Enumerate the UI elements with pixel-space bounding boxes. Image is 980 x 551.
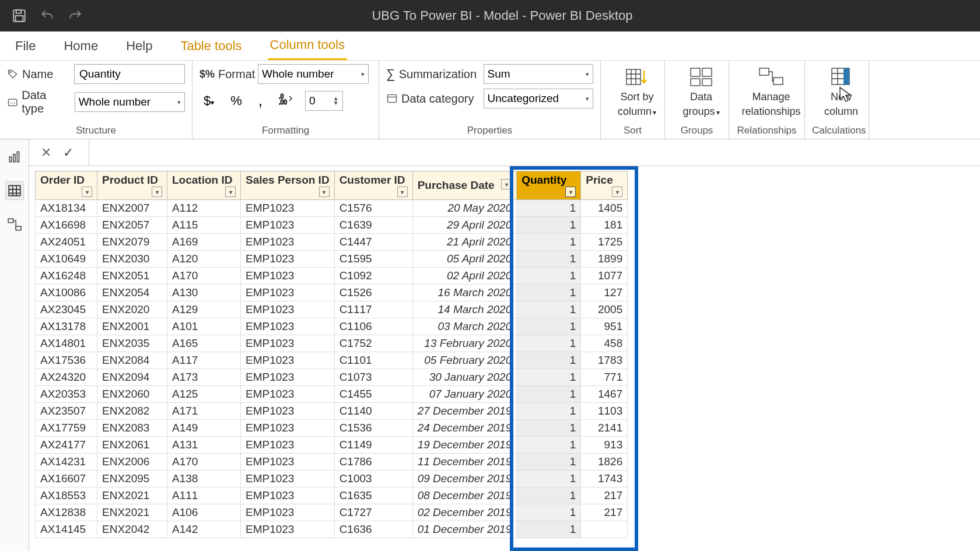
- menu-column-tools[interactable]: Column tools: [268, 31, 347, 60]
- ribbon-group-calculations: New column Calculations: [805, 61, 869, 139]
- table-row[interactable]: AX10649ENX2030A120EMP1023C159505 April 2…: [36, 251, 628, 268]
- filter-icon[interactable]: ▾: [82, 187, 92, 197]
- category-icon: [386, 93, 398, 104]
- filter-icon[interactable]: ▾: [225, 187, 236, 197]
- table-row[interactable]: AX14801ENX2035A165EMP1023C175213 Februar…: [36, 335, 628, 352]
- name-input[interactable]: [74, 64, 185, 84]
- table-row[interactable]: AX17536ENX2084A117EMP1023C110105 Februar…: [36, 352, 628, 369]
- svg-rect-20: [9, 185, 20, 195]
- filter-icon[interactable]: ▾: [501, 179, 512, 189]
- svg-rect-11: [691, 79, 700, 86]
- svg-rect-7: [388, 94, 397, 102]
- new-column-icon: [830, 64, 853, 89]
- svg-rect-22: [16, 226, 21, 230]
- menu-home[interactable]: Home: [61, 33, 100, 59]
- view-rail: [0, 139, 29, 551]
- currency-button[interactable]: $▾: [200, 90, 218, 111]
- manage-relationships-button[interactable]: Manage relationships: [736, 64, 806, 118]
- undo-icon[interactable]: [40, 8, 55, 23]
- table-row[interactable]: AX17759ENX2083A149EMP1023C153624 Decembe…: [36, 420, 628, 437]
- svg-text:.00: .00: [279, 99, 287, 106]
- table-row[interactable]: AX16698ENX2057A115EMP1023C163929 April 2…: [36, 217, 628, 234]
- menu-bar: File Home Help Table tools Column tools: [0, 31, 980, 61]
- svg-rect-21: [8, 219, 13, 223]
- svg-rect-9: [691, 68, 700, 76]
- ribbon-group-structure: Name Data type Whole number▾ Structure: [0, 61, 192, 139]
- tag-icon: [7, 68, 19, 80]
- percent-button[interactable]: %: [226, 90, 246, 111]
- col-location-id[interactable]: Location ID▾: [167, 171, 241, 200]
- table-row[interactable]: AX16607ENX2095A138EMP1023C100309 Decembe…: [36, 471, 628, 487]
- table-row[interactable]: AX24051ENX2079A169EMP1023C144721 April 2…: [36, 234, 628, 251]
- sort-by-column-button[interactable]: Sort by column: [608, 64, 666, 118]
- filter-icon[interactable]: ▾: [152, 187, 162, 197]
- table-row[interactable]: AX18134ENX2007A112EMP1023C157620 May 202…: [36, 200, 628, 217]
- table-row[interactable]: AX24177ENX2061A131EMP1023C114919 Decembe…: [36, 437, 628, 454]
- sort-icon: [625, 64, 649, 89]
- table-row[interactable]: AX13178ENX2001A101EMP1023C110603 March 2…: [36, 318, 628, 335]
- filter-icon[interactable]: ▾: [612, 187, 622, 197]
- ribbon-group-groups: Data groups Groups: [665, 61, 729, 139]
- relationships-group-title: Relationships: [736, 125, 797, 138]
- table-row[interactable]: AX16248ENX2051A170EMP1023C109202 April 2…: [36, 268, 628, 285]
- svg-rect-14: [774, 78, 783, 85]
- table-row[interactable]: AX14231ENX2006A170EMP1023C178611 Decembe…: [36, 454, 628, 471]
- cancel-formula-button[interactable]: ✕: [41, 145, 51, 160]
- report-view-icon[interactable]: [5, 148, 24, 166]
- datatype-select[interactable]: Whole number▾: [75, 92, 185, 112]
- ribbon-group-properties: ∑ Summarization Sum▾ Data category Uncat…: [379, 61, 601, 139]
- redo-icon[interactable]: [68, 8, 83, 23]
- ribbon: Name Data type Whole number▾ Structure $…: [0, 61, 980, 139]
- properties-group-title: Properties: [386, 125, 593, 138]
- table-row[interactable]: AX23045ENX2020A129EMP1023C111714 March 2…: [36, 301, 628, 318]
- calculations-group-title: Calculations: [812, 125, 862, 138]
- datacategory-select[interactable]: Uncategorized▾: [484, 89, 593, 108]
- svg-rect-10: [702, 68, 712, 76]
- table-row[interactable]: AX24320ENX2094A173EMP1023C107330 January…: [36, 369, 628, 386]
- col-customer-id[interactable]: Customer ID▾: [334, 171, 412, 200]
- structure-group-title: Structure: [7, 125, 185, 138]
- relationships-icon: [758, 64, 784, 89]
- new-column-button[interactable]: New column: [812, 64, 870, 118]
- decimals-icon[interactable]: .0.00: [275, 90, 297, 112]
- formula-bar: ✕ ✓: [29, 139, 980, 166]
- col-price[interactable]: Price▾: [581, 171, 628, 200]
- svg-rect-1: [16, 10, 22, 13]
- menu-file[interactable]: File: [13, 33, 38, 59]
- name-label: Name: [7, 68, 69, 81]
- formula-input[interactable]: [89, 139, 980, 166]
- table-row[interactable]: AX18553ENX2021A111EMP1023C163508 Decembe…: [36, 487, 628, 504]
- col-product-id[interactable]: Product ID▾: [97, 171, 167, 200]
- col-sales-person-id[interactable]: Sales Person ID▾: [241, 171, 335, 200]
- filter-icon[interactable]: ▾: [397, 187, 408, 197]
- model-view-icon[interactable]: [5, 215, 24, 234]
- datatype-label: Data type: [7, 89, 70, 115]
- commit-formula-button[interactable]: ✓: [63, 145, 74, 160]
- save-icon[interactable]: [12, 8, 27, 23]
- svg-rect-13: [760, 68, 769, 75]
- summarization-select[interactable]: Sum▾: [484, 64, 593, 84]
- datatype-icon: [7, 96, 18, 108]
- svg-rect-2: [16, 16, 23, 22]
- window-title: UBG To Power BI - Model - Power BI Deskt…: [83, 8, 922, 23]
- comma-button[interactable]: ,: [254, 89, 267, 113]
- filter-icon[interactable]: ▾: [565, 187, 576, 197]
- table-row[interactable]: AX20353ENX2060A125EMP1023C145507 January…: [36, 386, 628, 403]
- filter-icon[interactable]: ▾: [319, 187, 330, 197]
- table-row[interactable]: AX14145ENX2042A142EMP1023C163601 Decembe…: [36, 521, 628, 538]
- data-groups-button[interactable]: Data groups: [672, 64, 730, 118]
- data-view-icon[interactable]: [5, 181, 24, 200]
- svg-rect-12: [702, 79, 712, 86]
- decimals-input[interactable]: 0 ▲▼: [305, 91, 342, 111]
- menu-help[interactable]: Help: [124, 33, 155, 59]
- col-order-id[interactable]: Order ID▾: [36, 171, 97, 200]
- format-select[interactable]: Whole number▾: [258, 64, 369, 84]
- table-row[interactable]: AX12838ENX2021A106EMP1023C172702 Decembe…: [36, 504, 628, 521]
- svg-rect-19: [17, 152, 19, 162]
- col-purchase-date[interactable]: Purchase Date▾: [412, 171, 517, 200]
- ribbon-group-relationships: Manage relationships Relationships: [729, 61, 805, 139]
- table-row[interactable]: AX23507ENX2082A171EMP1023C114027 Decembe…: [36, 403, 628, 420]
- menu-table-tools[interactable]: Table tools: [178, 33, 244, 59]
- table-row[interactable]: AX10086ENX2054A130EMP1023C152616 March 2…: [36, 285, 628, 301]
- col-quantity[interactable]: Quantity▾: [517, 171, 581, 200]
